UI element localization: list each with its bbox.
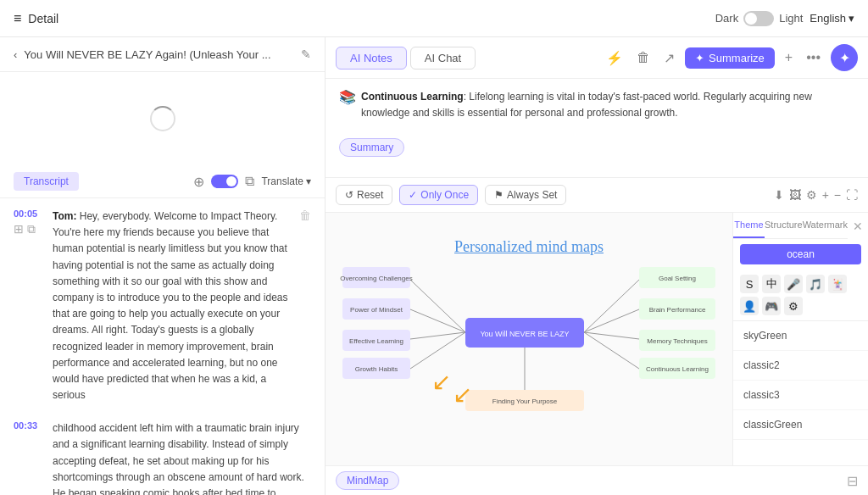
flag-icon: ⚑	[494, 189, 504, 201]
toggle-knob	[745, 13, 757, 25]
note-bullet: 📚	[339, 89, 356, 105]
theme-toggle[interactable]	[743, 11, 774, 26]
svg-line-3	[410, 309, 465, 332]
share-icon-button[interactable]: ↗	[660, 48, 678, 68]
toolbar-icon-card[interactable]: 🃏	[828, 275, 847, 293]
transcript-content: 00:05 ⊞ ⧉ Tom: Hey, everybody. Welcome t…	[0, 198, 325, 495]
trash-icon-button[interactable]: 🗑	[633, 48, 654, 67]
expand-icon-button[interactable]: ⛶	[846, 188, 858, 202]
toolbar-icon-user[interactable]: 👤	[740, 297, 759, 315]
transcript-toggle-knob	[226, 176, 236, 186]
note-bold: Continuous Learning	[361, 91, 464, 103]
svg-text:Brain Performance: Brain Performance	[649, 306, 706, 314]
theme-list: skyGreen classic2 classic3 classicGreen	[733, 321, 868, 465]
ai-logo[interactable]: ✦	[831, 44, 858, 71]
back-icon: ‹	[14, 48, 17, 61]
svg-line-5	[584, 309, 639, 332]
svg-text:Effective Learning: Effective Learning	[349, 337, 403, 345]
reset-button[interactable]: ↺ Reset	[336, 185, 392, 205]
always-set-button[interactable]: ⚑ Always Set	[485, 185, 566, 205]
toolbar-icon-mic[interactable]: 🎤	[784, 275, 803, 293]
add-icon-button[interactable]: +	[782, 48, 796, 67]
settings-icon-button[interactable]: ⚙	[806, 188, 817, 202]
copy-entry-icon[interactable]: ⧉	[27, 222, 36, 236]
toolbar-icon-settings[interactable]: ⚙	[784, 297, 803, 315]
mindmap-theme-wrap: You Will NEVER BE LAZY Overcom	[326, 213, 868, 465]
svg-text:Growth Habits: Growth Habits	[355, 365, 398, 373]
only-once-button[interactable]: ✓ Only Once	[399, 185, 478, 205]
svg-text:↙: ↙	[431, 369, 451, 395]
list-item[interactable]: classicGreen	[733, 410, 868, 440]
svg-text:Goal Setting: Goal Setting	[659, 275, 696, 282]
entry-left-0: 00:05 ⊞ ⧉	[14, 209, 44, 403]
spinner	[150, 106, 175, 131]
note-text: Continuous Learning: Lifelong learning i…	[361, 89, 854, 121]
svg-line-2	[410, 280, 465, 332]
main-layout: ‹ You Will NEVER BE LAZY Again! (Unleash…	[0, 37, 868, 495]
toolbar-icon-game[interactable]: 🎮	[762, 297, 781, 315]
list-item[interactable]: classic2	[733, 351, 868, 381]
right-tabs: AI Notes AI Chat ⚡ 🗑 ↗ ✦ Summarize + •••…	[326, 37, 868, 79]
table-row: 00:05 ⊞ ⧉ Tom: Hey, everybody. Welcome t…	[14, 209, 311, 403]
loading-spinner	[0, 72, 325, 165]
topbar-right: Dark Light English ▾	[715, 11, 854, 26]
image-icon-button[interactable]: 🖼	[789, 188, 801, 202]
mindmap-area: You Will NEVER BE LAZY Overcom	[326, 213, 732, 465]
language-button[interactable]: English ▾	[810, 12, 854, 25]
tab-theme[interactable]: Theme	[733, 213, 765, 238]
toolbar-icon-s[interactable]: S	[740, 275, 759, 293]
list-item[interactable]: skyGreen	[733, 321, 868, 351]
transcript-right-controls: ⊕ ⧉ Translate ▾	[193, 174, 311, 190]
collapse-icon[interactable]: ⊟	[847, 473, 858, 489]
lang-chevron-icon: ▾	[849, 12, 854, 25]
summarize-label: Summarize	[709, 52, 765, 64]
edit-icon[interactable]: ✎	[301, 47, 311, 61]
svg-text:Overcoming Challenges: Overcoming Challenges	[340, 275, 412, 282]
video-title: You Will NEVER BE LAZY Again! (Unleash Y…	[24, 48, 294, 61]
summary-chip[interactable]: Summary	[339, 138, 404, 157]
tab-ai-chat[interactable]: AI Chat	[410, 47, 476, 70]
only-once-label: Only Once	[420, 189, 469, 201]
theme-toggle-wrap: Dark Light	[715, 11, 804, 26]
toolbar-icons: S 中 🎤 🎵 🃏 👤 🎮 ⚙	[733, 270, 868, 321]
mindmap-bottom: MindMap ⊟	[326, 465, 868, 495]
tab-structure[interactable]: Structure	[765, 213, 803, 238]
table-row: 00:33 childhood accident left him with a…	[14, 420, 311, 495]
delete-icon-0[interactable]: 🗑	[299, 209, 311, 222]
download-icon-button[interactable]: ⬇	[774, 188, 784, 202]
dark-label: Dark	[715, 12, 738, 25]
tab-watermark[interactable]: Watermark	[803, 213, 848, 238]
summarize-star-icon: ✦	[695, 52, 704, 64]
add-note-icon[interactable]: ⊕	[193, 174, 204, 190]
minus-icon-button[interactable]: −	[834, 188, 841, 202]
more-icon-button[interactable]: •••	[803, 48, 824, 67]
transcript-toggle[interactable]	[211, 175, 238, 188]
toolbar-icon-zh[interactable]: 中	[762, 275, 781, 293]
tab-ai-notes[interactable]: AI Notes	[336, 47, 407, 70]
toolbar-icon-music[interactable]: 🎵	[806, 275, 825, 293]
transcript-controls: Transcript ⊕ ⧉ Translate ▾	[0, 165, 325, 198]
bookmark-icon[interactable]: ⊞	[14, 222, 24, 236]
theme-sidebar: Theme Structure Watermark ✕ ocean S 中 🎤 …	[732, 213, 868, 465]
mindmap-chip[interactable]: MindMap	[336, 471, 399, 490]
summarize-button[interactable]: ✦ Summarize	[685, 47, 775, 69]
transcript-tab[interactable]: Transcript	[14, 172, 79, 191]
menu-icon[interactable]: ≡	[14, 11, 21, 26]
svg-text:Continuous Learning: Continuous Learning	[646, 365, 709, 373]
svg-text:Power of Mindset: Power of Mindset	[350, 306, 403, 314]
left-panel: ‹ You Will NEVER BE LAZY Again! (Unleash…	[0, 37, 326, 495]
copy-icon[interactable]: ⧉	[245, 174, 254, 189]
add-node-icon-button[interactable]: +	[822, 188, 829, 202]
topbar-title: Detail	[28, 12, 58, 25]
timestamp-0: 00:05	[14, 209, 37, 219]
flash-icon-button[interactable]: ⚡	[603, 48, 626, 68]
tab-group: AI Notes AI Chat	[336, 47, 476, 70]
back-button[interactable]: ‹	[14, 48, 17, 61]
close-theme-button[interactable]: ✕	[848, 214, 868, 238]
list-item[interactable]: classic3	[733, 381, 868, 410]
theme-tabs: Theme Structure Watermark	[733, 213, 848, 239]
translate-button[interactable]: Translate ▾	[261, 175, 311, 187]
reset-label: Reset	[357, 189, 383, 201]
active-theme[interactable]: ocean	[740, 244, 861, 264]
mindmap-title: Personalized mind maps	[454, 238, 604, 256]
